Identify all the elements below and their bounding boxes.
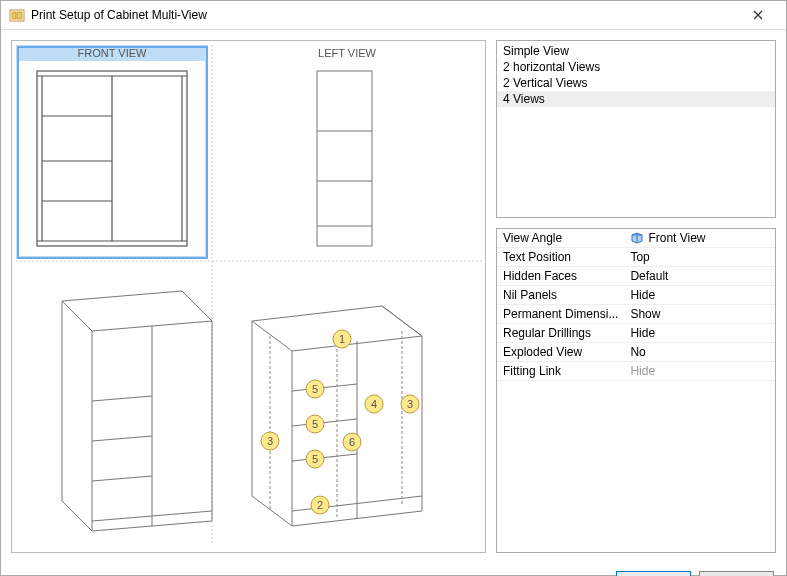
cancel-button[interactable]: Cancel bbox=[699, 571, 774, 576]
dialog-body: FRONT VIEW LEFT VIEW bbox=[1, 30, 786, 563]
property-grid[interactable]: View AngleFront ViewText PositionTopHidd… bbox=[496, 228, 776, 553]
property-value[interactable]: No bbox=[624, 343, 775, 362]
property-label: Hidden Faces bbox=[497, 267, 624, 286]
right-column: Simple View2 horizontal Views2 Vertical … bbox=[496, 40, 776, 553]
property-label: View Angle bbox=[497, 229, 624, 248]
property-value[interactable]: Top bbox=[624, 248, 775, 267]
iso-numbered[interactable]: 1 2 3 3 4 5 5 5 6 bbox=[252, 306, 422, 526]
close-button[interactable] bbox=[738, 1, 778, 29]
property-value[interactable]: Front View bbox=[624, 229, 775, 248]
list-item[interactable]: Simple View bbox=[497, 43, 775, 59]
property-row[interactable]: Hidden FacesDefault bbox=[497, 267, 775, 286]
property-rows: View AngleFront ViewText PositionTopHidd… bbox=[497, 229, 775, 381]
list-item[interactable]: 2 Vertical Views bbox=[497, 75, 775, 91]
list-item[interactable]: 2 horizontal Views bbox=[497, 59, 775, 75]
property-value[interactable]: Hide bbox=[624, 286, 775, 305]
property-row[interactable]: Text PositionTop bbox=[497, 248, 775, 267]
property-row[interactable]: Exploded ViewNo bbox=[497, 343, 775, 362]
list-item[interactable]: 4 Views bbox=[497, 91, 775, 107]
button-bar: OK Cancel bbox=[1, 563, 786, 576]
close-icon bbox=[753, 10, 763, 20]
svg-text:5: 5 bbox=[312, 453, 318, 465]
iso-wireframe[interactable] bbox=[62, 291, 212, 531]
svg-text:5: 5 bbox=[312, 383, 318, 395]
svg-text:3: 3 bbox=[407, 398, 413, 410]
svg-text:4: 4 bbox=[371, 398, 377, 410]
property-row[interactable]: Fitting LinkHide bbox=[497, 362, 775, 381]
property-value[interactable]: Hide bbox=[624, 324, 775, 343]
property-value[interactable]: Hide bbox=[624, 362, 775, 381]
front-view-label: FRONT VIEW bbox=[78, 47, 147, 59]
title-text: Print Setup of Cabinet Multi-View bbox=[31, 8, 738, 22]
property-label: Permanent Dimensi... bbox=[497, 305, 624, 324]
svg-text:1: 1 bbox=[339, 333, 345, 345]
property-value[interactable]: Show bbox=[624, 305, 775, 324]
svg-rect-2 bbox=[17, 12, 22, 19]
property-row[interactable]: View AngleFront View bbox=[497, 229, 775, 248]
cube-icon bbox=[630, 232, 644, 244]
callouts: 1 2 3 3 4 5 5 5 6 bbox=[261, 330, 419, 514]
titlebar: Print Setup of Cabinet Multi-View bbox=[1, 1, 786, 30]
property-row[interactable]: Permanent Dimensi...Show bbox=[497, 305, 775, 324]
property-label: Fitting Link bbox=[497, 362, 624, 381]
svg-rect-1 bbox=[12, 12, 16, 19]
property-label: Nil Panels bbox=[497, 286, 624, 305]
property-label: Regular Drillings bbox=[497, 324, 624, 343]
property-label: Text Position bbox=[497, 248, 624, 267]
property-value[interactable]: Default bbox=[624, 267, 775, 286]
svg-text:5: 5 bbox=[312, 418, 318, 430]
dialog-window: Print Setup of Cabinet Multi-View FRONT … bbox=[0, 0, 787, 576]
view-type-list[interactable]: Simple View2 horizontal Views2 Vertical … bbox=[496, 40, 776, 218]
preview-svg: FRONT VIEW LEFT VIEW bbox=[12, 41, 485, 549]
svg-text:2: 2 bbox=[317, 499, 323, 511]
property-label: Exploded View bbox=[497, 343, 624, 362]
ok-button[interactable]: OK bbox=[616, 571, 691, 576]
svg-text:3: 3 bbox=[267, 435, 273, 447]
app-icon bbox=[9, 7, 25, 23]
preview-area: FRONT VIEW LEFT VIEW bbox=[11, 40, 486, 553]
property-row[interactable]: Regular DrillingsHide bbox=[497, 324, 775, 343]
left-view-label: LEFT VIEW bbox=[318, 47, 376, 59]
svg-text:6: 6 bbox=[349, 436, 355, 448]
property-row[interactable]: Nil PanelsHide bbox=[497, 286, 775, 305]
